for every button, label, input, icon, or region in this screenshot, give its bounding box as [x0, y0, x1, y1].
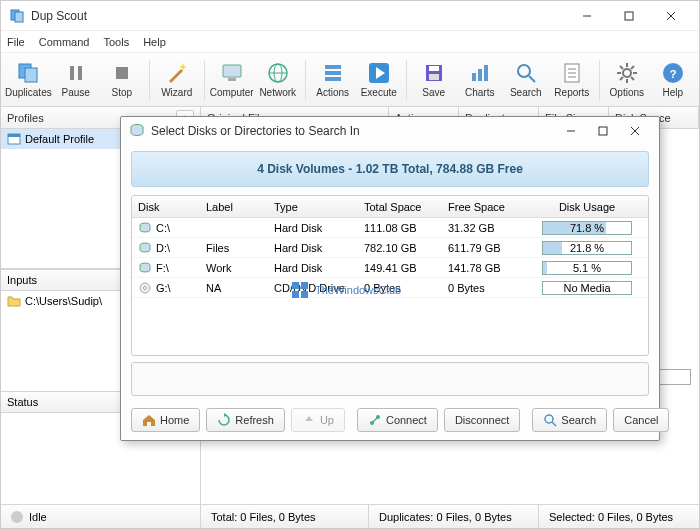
dialog-titlebar: Select Disks or Directories to Search In — [121, 117, 659, 145]
refresh-button[interactable]: Refresh — [206, 408, 285, 432]
svg-marker-62 — [305, 416, 313, 421]
svg-rect-13 — [228, 78, 236, 81]
search-button[interactable]: Search — [504, 56, 548, 104]
svg-rect-9 — [78, 66, 82, 80]
profile-icon — [7, 132, 21, 146]
col-free[interactable]: Free Space — [442, 196, 526, 217]
svg-rect-24 — [429, 74, 439, 80]
options-button[interactable]: Options — [605, 56, 649, 104]
disk-rows: C:\Hard Disk111.08 GB31.32 GB71.8 %D:\Fi… — [132, 218, 648, 298]
svg-rect-7 — [25, 68, 37, 82]
duplicates-button[interactable]: Duplicates — [5, 56, 52, 104]
svg-line-65 — [373, 418, 377, 422]
svg-rect-8 — [70, 66, 74, 80]
svg-rect-17 — [325, 65, 341, 69]
charts-icon — [468, 61, 492, 85]
refresh-icon — [217, 413, 231, 427]
usage-bar: 71.8 % — [542, 221, 632, 235]
dialog-search-button[interactable]: Search — [532, 408, 607, 432]
svg-rect-18 — [325, 71, 341, 75]
drive-icon — [138, 241, 152, 255]
menu-help[interactable]: Help — [143, 36, 166, 48]
dialog-maximize-button[interactable] — [587, 120, 619, 142]
disk-table: Disk Label Type Total Space Free Space D… — [131, 195, 649, 356]
toolbar-separator — [149, 60, 150, 100]
folder-icon — [7, 294, 21, 308]
drive-icon — [138, 261, 152, 275]
svg-rect-3 — [625, 12, 633, 20]
svg-rect-26 — [478, 69, 482, 81]
titlebar: Dup Scout — [1, 1, 699, 31]
menu-tools[interactable]: Tools — [103, 36, 129, 48]
toolbar-separator — [305, 60, 306, 100]
help-button[interactable]: ?Help — [651, 56, 695, 104]
save-button[interactable]: Save — [412, 56, 456, 104]
actions-button[interactable]: Actions — [311, 56, 355, 104]
svg-line-29 — [529, 76, 535, 82]
help-icon: ? — [661, 61, 685, 85]
svg-rect-1 — [15, 12, 23, 22]
network-button[interactable]: Network — [256, 56, 300, 104]
execute-button[interactable]: Execute — [357, 56, 401, 104]
copy-icon — [16, 61, 40, 85]
home-icon — [142, 413, 156, 427]
reports-button[interactable]: Reports — [550, 56, 594, 104]
dialog-close-button[interactable] — [619, 120, 651, 142]
svg-rect-19 — [325, 77, 341, 81]
charts-button[interactable]: Charts — [458, 56, 502, 104]
app-title: Dup Scout — [31, 9, 567, 23]
svg-point-28 — [518, 65, 530, 77]
home-button[interactable]: Home — [131, 408, 200, 432]
disk-row[interactable]: D:\FilesHard Disk782.10 GB611.79 GB21.8 … — [132, 238, 648, 258]
menu-file[interactable]: File — [7, 36, 25, 48]
search-icon — [543, 413, 557, 427]
usage-bar: 5.1 % — [542, 261, 632, 275]
up-button[interactable]: Up — [291, 408, 345, 432]
svg-point-56 — [144, 286, 147, 289]
close-button[interactable] — [651, 4, 691, 28]
usage-bar: No Media — [542, 281, 632, 295]
svg-rect-46 — [8, 134, 20, 137]
svg-rect-49 — [599, 127, 607, 135]
col-usage[interactable]: Disk Usage — [526, 196, 648, 217]
disk-summary: 4 Disk Volumes - 1.02 TB Total, 784.88 G… — [131, 151, 649, 187]
search-icon — [514, 61, 538, 85]
status-total: Total: 0 Files, 0 Bytes — [201, 505, 369, 528]
svg-line-41 — [620, 77, 623, 80]
app-icon — [9, 8, 25, 24]
col-label[interactable]: Label — [200, 196, 268, 217]
cancel-button[interactable]: Cancel — [613, 408, 669, 432]
disk-row[interactable]: F:\WorkHard Disk149.41 GB141.78 GB5.1 % — [132, 258, 648, 278]
network-icon — [266, 61, 290, 85]
pause-icon — [64, 61, 88, 85]
menu-command[interactable]: Command — [39, 36, 90, 48]
status-duplicates: Duplicates: 0 Files, 0 Bytes — [369, 505, 539, 528]
stop-button[interactable]: Stop — [100, 56, 144, 104]
wizard-icon — [165, 61, 189, 85]
disk-table-header: Disk Label Type Total Space Free Space D… — [132, 196, 648, 218]
svg-rect-25 — [472, 73, 476, 81]
dialog-title: Select Disks or Directories to Search In — [151, 124, 555, 138]
drive-icon — [138, 281, 152, 295]
toolbar-separator — [599, 60, 600, 100]
stop-icon — [110, 61, 134, 85]
col-total[interactable]: Total Space — [358, 196, 442, 217]
connect-button[interactable]: Connect — [357, 408, 438, 432]
minimize-button[interactable] — [567, 4, 607, 28]
col-type[interactable]: Type — [268, 196, 358, 217]
disk-row[interactable]: G:\NACD/DVD Drive0 Bytes0 BytesNo Media — [132, 278, 648, 298]
computer-button[interactable]: Computer — [210, 56, 254, 104]
pause-button[interactable]: Pause — [54, 56, 98, 104]
menubar: File Command Tools Help — [1, 31, 699, 53]
dialog-body: 4 Disk Volumes - 1.02 TB Total, 784.88 G… — [121, 145, 659, 400]
gear-icon — [615, 61, 639, 85]
dialog-minimize-button[interactable] — [555, 120, 587, 142]
dialog-preview-panel — [131, 362, 649, 396]
maximize-button[interactable] — [609, 4, 649, 28]
col-disk[interactable]: Disk — [132, 196, 200, 217]
wizard-button[interactable]: Wizard — [155, 56, 199, 104]
connect-icon — [368, 413, 382, 427]
disk-row[interactable]: C:\Hard Disk111.08 GB31.32 GB71.8 % — [132, 218, 648, 238]
disconnect-button[interactable]: Disconnect — [444, 408, 520, 432]
status-selected: Selected: 0 Files, 0 Bytes — [539, 505, 699, 528]
